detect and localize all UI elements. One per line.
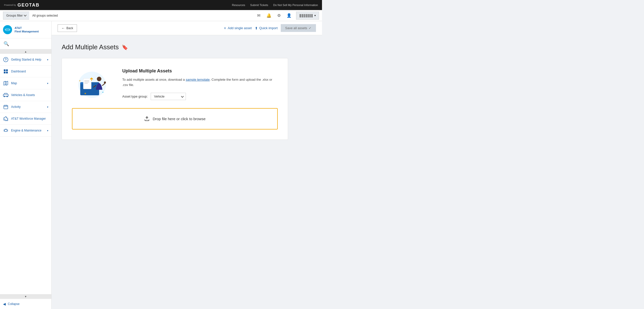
bell-icon[interactable]: 🔔 bbox=[266, 13, 272, 19]
sidebar-engine-label: Engine & Maintenance bbox=[11, 129, 45, 132]
upload-illustration bbox=[72, 68, 112, 101]
map-icon bbox=[3, 80, 9, 86]
svg-rect-28 bbox=[83, 78, 91, 89]
sidebar-brand-name: AT&T bbox=[15, 26, 39, 30]
submit-tickets-link[interactable]: Submit Tickets bbox=[250, 4, 268, 7]
upload-desc: To add multiple assets at once, download… bbox=[122, 77, 278, 88]
sidebar-item-engine[interactable]: Engine & Maintenance ▾ bbox=[0, 125, 51, 137]
sidebar-vehicles-label: Vehicles & Assets bbox=[11, 93, 48, 97]
resources-link[interactable]: Resources bbox=[232, 4, 245, 7]
sample-template-link[interactable]: sample template bbox=[186, 78, 210, 81]
page-title: Add Multiple Assets 🔖 bbox=[62, 43, 312, 51]
user-menu-button[interactable]: ▐▐▐▐▐▐▐ ▼ bbox=[296, 12, 319, 20]
top-bar: Powered by GEOTAB Resources Submit Ticke… bbox=[0, 0, 322, 10]
upload-top-section: Upload Multiple Assets To add multiple a… bbox=[72, 68, 278, 101]
collapse-label: Collapse bbox=[8, 302, 20, 306]
quick-import-label: Quick import bbox=[259, 26, 278, 30]
activity-icon bbox=[3, 104, 9, 110]
back-button[interactable]: ← Back bbox=[58, 24, 77, 32]
header-actions: + Add single asset ⬆ Quick import Save a… bbox=[224, 24, 316, 32]
person-icon[interactable]: 👤 bbox=[286, 13, 292, 19]
drop-upload-icon bbox=[144, 116, 150, 122]
svg-rect-30 bbox=[84, 82, 89, 82]
scroll-up-button[interactable]: ▲ bbox=[0, 49, 51, 54]
upload-desc-text1: To add multiple assets at once, download… bbox=[122, 78, 186, 81]
svg-point-32 bbox=[97, 77, 101, 81]
svg-point-36 bbox=[85, 93, 86, 94]
sidebar-activity-label: Activity bbox=[11, 105, 45, 109]
svg-rect-6 bbox=[6, 69, 8, 71]
collapse-arrow-icon: ◀ bbox=[3, 302, 6, 306]
question-circle-icon: ? bbox=[3, 57, 9, 62]
sidebar-item-workforce[interactable]: AT&T Workforce Manager bbox=[0, 113, 51, 125]
user-name-text: ▐▐▐▐▐▐▐ bbox=[299, 14, 313, 17]
dashboard-icon bbox=[3, 69, 9, 74]
att-logo bbox=[3, 25, 12, 34]
sidebar-item-vehicles[interactable]: Vehicles & Assets bbox=[0, 89, 51, 101]
logo-area: Powered by GEOTAB bbox=[4, 3, 39, 8]
back-label: Back bbox=[66, 26, 73, 30]
plus-icon: + bbox=[224, 26, 226, 30]
main-layout: AT&T Fleet Management 🔍 ▲ ? Getting Star… bbox=[0, 21, 322, 309]
activity-chevron-icon: ▾ bbox=[47, 106, 48, 108]
sidebar-brand: AT&T Fleet Management bbox=[15, 26, 39, 33]
checkmark-icon: ✓ bbox=[309, 26, 311, 30]
svg-rect-15 bbox=[4, 105, 8, 109]
brand-text: GEOTAB bbox=[18, 3, 40, 8]
sidebar-item-getting-started[interactable]: ? Getting Started & Help ▾ bbox=[0, 54, 51, 66]
map-chevron-icon: ▾ bbox=[47, 82, 48, 85]
geotab-logo: Powered by GEOTAB bbox=[4, 3, 39, 8]
content-area: ← Back + Add single asset ⬆ Quick import… bbox=[52, 21, 322, 309]
file-drop-zone[interactable]: Drop file here or click to browse bbox=[72, 108, 278, 129]
illustration-svg bbox=[73, 68, 112, 101]
svg-rect-5 bbox=[4, 69, 6, 71]
back-arrow-icon: ← bbox=[61, 26, 65, 30]
upload-card: Upload Multiple Assets To add multiple a… bbox=[62, 58, 288, 140]
svg-point-37 bbox=[102, 92, 103, 93]
add-single-asset-label: Add single asset bbox=[228, 26, 252, 30]
user-menu-chevron-icon: ▼ bbox=[314, 14, 316, 17]
groups-filter-label: Groups filter bbox=[6, 14, 23, 17]
upload-icon: ⬆ bbox=[255, 26, 258, 30]
groups-filter-left: Groups filter All groups selected bbox=[3, 12, 61, 20]
powered-by-text: Powered by bbox=[4, 4, 16, 7]
page-title-text: Add Multiple Assets bbox=[62, 43, 119, 51]
mail-icon[interactable]: ✉ bbox=[256, 13, 262, 19]
asset-type-select[interactable]: Vehicle bbox=[151, 93, 186, 100]
svg-point-35 bbox=[104, 81, 106, 83]
main-content: Add Multiple Assets 🔖 bbox=[52, 35, 322, 309]
svg-rect-31 bbox=[84, 83, 88, 83]
bookmark-icon[interactable]: 🔖 bbox=[122, 44, 128, 50]
sidebar-item-dashboard[interactable]: Dashboard bbox=[0, 66, 51, 77]
sidebar-brand-sub: Fleet Management bbox=[15, 30, 39, 33]
search-icon[interactable]: 🔍 bbox=[4, 41, 9, 46]
gear-icon[interactable]: ⚙ bbox=[276, 13, 282, 19]
sidebar-item-map[interactable]: Map ▾ bbox=[0, 77, 51, 89]
drop-zone-label: Drop file here or click to browse bbox=[153, 117, 206, 121]
svg-rect-8 bbox=[6, 72, 8, 73]
groups-bar-right: ✉ 🔔 ⚙ 👤 ▐▐▐▐▐▐▐ ▼ bbox=[256, 12, 319, 20]
upload-info: Upload Multiple Assets To add multiple a… bbox=[122, 68, 278, 100]
scroll-down-button[interactable]: ▼ bbox=[0, 294, 51, 299]
svg-rect-7 bbox=[4, 72, 6, 73]
sidebar-workforce-label: AT&T Workforce Manager bbox=[11, 117, 48, 120]
add-single-asset-button[interactable]: + Add single asset bbox=[224, 26, 252, 30]
save-all-label: Save all assets bbox=[285, 26, 307, 30]
sidebar-item-activity[interactable]: Activity ▾ bbox=[0, 101, 51, 113]
asset-type-row: Asset type group: Vehicle bbox=[122, 93, 278, 100]
groups-filter-chevron-icon bbox=[24, 14, 27, 16]
sidebar-dashboard-label: Dashboard bbox=[11, 70, 48, 73]
groups-filter-button[interactable]: Groups filter bbox=[3, 12, 29, 20]
engine-icon bbox=[3, 128, 9, 133]
sidebar-logo-area: AT&T Fleet Management bbox=[0, 21, 51, 38]
groups-bar: Groups filter All groups selected ✉ 🔔 ⚙ … bbox=[0, 10, 322, 21]
sidebar-collapse-button[interactable]: ◀ Collapse bbox=[0, 299, 51, 309]
engine-chevron-icon: ▾ bbox=[47, 129, 48, 132]
do-not-sell-link[interactable]: Do Not Sell My Personal Information bbox=[273, 4, 318, 7]
getting-started-chevron-icon: ▾ bbox=[47, 58, 48, 61]
sidebar-search-area[interactable]: 🔍 bbox=[0, 38, 51, 49]
svg-rect-29 bbox=[84, 80, 89, 81]
svg-rect-19 bbox=[5, 129, 7, 131]
save-all-assets-button[interactable]: Save all assets ✓ bbox=[281, 24, 316, 32]
quick-import-button[interactable]: ⬆ Quick import bbox=[255, 26, 278, 30]
